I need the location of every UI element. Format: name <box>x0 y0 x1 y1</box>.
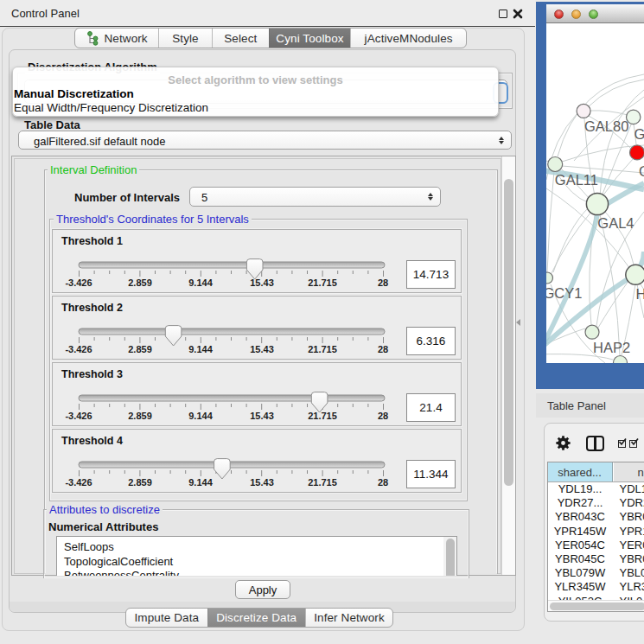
svg-text:G: G <box>639 163 644 179</box>
svg-text:GAL4: GAL4 <box>597 215 634 231</box>
svg-text:GA: GA <box>634 126 644 142</box>
svg-text:H: H <box>636 286 644 302</box>
svg-text:GAL80: GAL80 <box>584 118 628 134</box>
svg-text:GAL11: GAL11 <box>555 172 598 188</box>
svg-text:HAP2: HAP2 <box>593 340 630 355</box>
svg-text:GCY1: GCY1 <box>546 285 582 301</box>
